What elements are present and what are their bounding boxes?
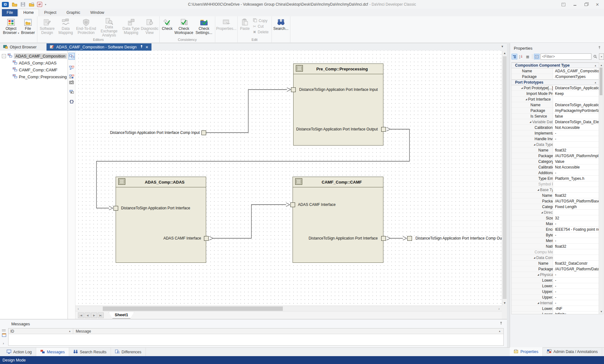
port-composition-output[interactable] [407,236,412,241]
scroll-right-icon[interactable]: › [496,306,502,311]
open-workspace-icon[interactable] [29,2,34,7]
property-row[interactable]: Native... float32 [512,244,599,249]
property-row[interactable]: ◢Base Type [512,187,599,193]
property-row[interactable]: Upper... - [512,295,599,300]
property-row[interactable]: Symbol Pro... [512,181,599,187]
horizontal-scrollbar[interactable]: ‹ › [75,306,502,311]
connect-ports-icon[interactable] [69,64,75,71]
expander-icon[interactable]: ◢ [541,211,543,214]
filter-dropdown-icon[interactable]: ▾ [599,53,604,60]
port-preprocessing-output[interactable] [381,127,386,132]
expander-icon[interactable]: ◢ [525,98,527,101]
next-sheet-icon[interactable]: ▶ [91,312,97,318]
tab-software-design-editor[interactable]: ADAS_CAMF_Composition - Software Design … [47,43,151,51]
check-workspace-button[interactable]: Check Workspace [174,17,194,37]
ribbon-tab[interactable]: Home [18,9,39,16]
tree-item[interactable]: ADAS_Comp::ADAS [13,59,68,66]
ribbon-tab[interactable]: Window [85,9,109,16]
property-row[interactable]: ◢Port Prototype[...] DistanceToSign_Appl… [512,85,599,91]
check-button[interactable]: Check [161,17,174,37]
search-button[interactable]: Search... [273,17,289,37]
tab-messages[interactable]: Messages [36,348,69,356]
property-row[interactable]: ◢Physical ... - [512,272,599,278]
ribbon-tab[interactable]: Graphic [62,9,85,16]
property-row[interactable]: Name float32 [512,193,599,198]
property-row[interactable]: Additional ... - [512,170,599,176]
scroll-up-icon[interactable]: ▴ [599,63,604,68]
restore-icon[interactable] [583,2,590,7]
property-row[interactable]: ◢Variable Data Pr... DistanceToSign_Data… [512,119,599,125]
property-row[interactable]: ◢Internal ... - [512,300,599,306]
connector-wire[interactable] [213,205,286,238]
expander-icon[interactable]: ◢ [537,302,539,304]
property-row[interactable]: Calibration Ac... Not Accessible [512,125,599,130]
save-icon[interactable] [20,2,26,7]
property-row[interactable]: Implementati... - [512,130,599,136]
tab-search-results[interactable]: Search Results [69,348,111,356]
property-row[interactable]: Name float32 [512,147,599,153]
pin-icon[interactable] [500,322,502,326]
expander-icon[interactable]: ◢ [537,273,539,276]
property-row[interactable]: ◢Direct De... [512,210,599,215]
property-row[interactable]: Lower... Infinity [512,312,599,314]
port-camf-output[interactable] [381,236,386,241]
ribbon-tab[interactable]: Project [40,9,61,16]
diagram-canvas[interactable]: Pre_Comp::Preprocessing DistanceToSign A… [75,51,502,306]
property-row[interactable]: Type Emitter Platform_Types.h [512,176,599,181]
properties-scroll-thumb[interactable] [600,68,602,95]
column-header-id[interactable]: ID ▲ [8,328,73,334]
port-adas-input[interactable] [113,206,118,211]
property-row[interactable]: Size 32 [512,215,599,221]
tab-differences[interactable]: Differences [111,348,146,356]
object-browser-panel[interactable]: − ADAS_CAMF_Composition ADAS_Comp::ADAS … [0,51,68,319]
expander-icon[interactable]: ◢ [534,143,535,146]
property-row[interactable]: Name float32_DataConstr [512,261,599,266]
property-row[interactable]: Composition Component Type [512,63,599,68]
column-header-message[interactable]: Message ▲ [73,328,503,334]
port-composition-input[interactable] [201,130,206,135]
property-row[interactable]: Import Mode Preset Keep [512,91,599,97]
scroll-down-icon[interactable]: ▼ [502,301,507,306]
property-row[interactable]: Package /AUTOSAR_Platform/Data... [512,266,599,272]
property-row[interactable]: Lower... - [512,278,599,283]
first-sheet-icon[interactable]: |◀ [78,312,84,318]
minimize-icon[interactable] [571,2,578,7]
property-row[interactable]: Package /AUTOSAR_Platform/Base... [512,198,599,204]
reload-workspace-icon[interactable]: ⇄ [37,2,42,7]
property-row[interactable]: Byte O... - [512,232,599,238]
horizontal-scroll-thumb[interactable] [103,306,283,311]
categorized-view-icon[interactable] [512,54,517,59]
search-filter-icon[interactable] [592,54,598,59]
tree-root-row[interactable]: − ADAS_CAMF_Composition [0,52,68,59]
sort-az-icon[interactable]: AZ [518,54,524,59]
expander-icon[interactable]: ◢ [537,189,539,191]
vertical-scroll-thumb[interactable] [503,56,507,299]
component-camf-comp-camf[interactable]: CAMF_Comp::CAMF [293,177,383,263]
property-row[interactable]: Handle Invalid - [512,136,599,142]
check-settings-button[interactable]: Check Settings... [194,17,214,37]
resize-view-icon[interactable] [69,98,75,105]
sheet-tab[interactable]: Sheet1 [109,312,134,318]
tree-collapse-icon[interactable]: − [2,54,6,58]
property-row[interactable]: Memo... - [512,238,599,244]
property-row[interactable]: Port Prototypes [512,80,599,85]
scroll-up-icon[interactable]: ▲ [502,51,507,56]
camera-snapshot-icon[interactable] [69,79,75,85]
scroll-up-icon[interactable]: ▲ [498,330,501,333]
tree-item[interactable]: Pre_Comp::Preprocessing [13,73,68,80]
close-icon[interactable]: ✕ [594,2,601,7]
property-row[interactable]: Category Value [512,159,599,164]
component-pre-comp-preprocessing[interactable]: Pre_Comp::Preprocessing [293,63,383,146]
last-sheet-icon[interactable]: ▶| [98,312,104,318]
port-preprocessing-input[interactable] [291,87,296,92]
tab-action-log[interactable]: Action Log [3,348,36,356]
panel-splitter[interactable] [507,43,510,356]
scroll-left-icon[interactable]: ‹ [75,306,81,311]
show-description-icon[interactable] [534,54,540,59]
property-row[interactable]: ◢Port Interface [512,97,599,102]
tree-item[interactable]: CAMF_Comp::CAMF [13,66,68,73]
quick-access-dropdown-icon[interactable]: ▾ [45,3,46,6]
tab-admin-data[interactable]: Admin Data / Annotations [543,347,602,356]
pin-icon[interactable] [598,46,601,50]
property-row[interactable]: Maxi... - [512,221,599,227]
